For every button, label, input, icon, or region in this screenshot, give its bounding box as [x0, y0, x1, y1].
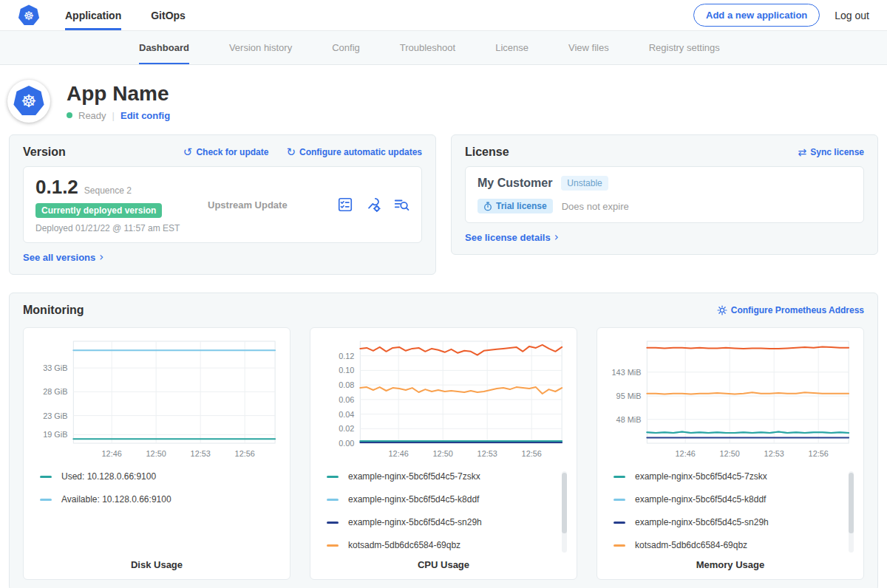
- svg-text:28 GiB: 28 GiB: [43, 387, 67, 396]
- legend-swatch-icon: [614, 544, 625, 547]
- svg-text:0.12: 0.12: [339, 352, 354, 360]
- memory-usage-legend: example-nginx-5bc6f5d4c5-7zskxexample-ng…: [605, 471, 856, 557]
- legend-swatch-icon: [327, 544, 339, 547]
- monitoring-card: Monitoring Configure Prometheus Address …: [9, 293, 878, 588]
- current-version-box: 0.1.2 Sequence 2 Currently deployed vers…: [23, 166, 422, 243]
- customer-name: My Customer: [478, 177, 552, 190]
- configure-automatic-updates-link[interactable]: ↻ Configure automatic updates: [286, 147, 422, 158]
- svg-text:0.10: 0.10: [339, 366, 354, 375]
- sync-license-link[interactable]: ⇄ Sync license: [798, 147, 864, 157]
- configure-prometheus-link[interactable]: Configure Prometheus Address: [717, 305, 864, 315]
- svg-text:0.00: 0.00: [339, 439, 354, 448]
- legend-label: Used: 10.128.0.66:9100: [61, 471, 156, 482]
- version-source-label: Upstream Update: [208, 199, 288, 211]
- tab-troubleshoot[interactable]: Troubleshoot: [400, 31, 455, 64]
- schedule-icon: ↻: [286, 147, 296, 158]
- svg-text:12:53: 12:53: [478, 449, 497, 458]
- cpu-usage-panel: 12:4612:5012:5312:560.000.020.040.060.08…: [310, 327, 577, 580]
- page-title: App Name: [67, 82, 170, 106]
- app-header: ☸ App Name Ready | Edit config: [0, 65, 887, 129]
- logout-button[interactable]: Log out: [835, 10, 869, 21]
- legend-item: kotsadm-5db6dc6584-69qbz: [327, 540, 569, 550]
- tab-config[interactable]: Config: [332, 31, 360, 64]
- kubernetes-logo-icon[interactable]: ☸: [18, 4, 40, 27]
- refresh-icon: ↺: [183, 147, 193, 158]
- svg-text:12:50: 12:50: [433, 449, 453, 458]
- legend-item: example-nginx-5bc6f5d4c5-k8ddf: [614, 494, 856, 505]
- svg-text:0.02: 0.02: [339, 424, 354, 433]
- disk-usage-chart[interactable]: 12:4612:5012:5312:5619 GiB23 GiB28 GiB33…: [31, 335, 282, 462]
- app-avatar: ☸: [7, 80, 50, 123]
- sync-icon: ⇄: [798, 147, 807, 157]
- legend-swatch-icon: [614, 522, 625, 524]
- legend-label: example-nginx-5bc6f5d4c5-k8ddf: [635, 494, 766, 505]
- license-expiration: Does not expire: [562, 201, 629, 212]
- legend-item: example-nginx-5bc6f5d4c5-k8ddf: [327, 494, 569, 505]
- memory-usage-chart[interactable]: 12:4612:5012:5312:5648 MiB95 MiB143 MiB: [605, 335, 856, 462]
- svg-text:12:46: 12:46: [389, 449, 409, 458]
- cpu-usage-chart[interactable]: 12:4612:5012:5312:560.000.020.040.060.08…: [318, 335, 569, 462]
- gear-icon: [717, 305, 727, 315]
- divider: |: [112, 110, 115, 121]
- legend-item: example-nginx-5bc6f5d4c5-sn29h: [327, 517, 569, 527]
- diff-logs-icon[interactable]: [393, 196, 409, 213]
- tab-application[interactable]: Application: [65, 0, 121, 30]
- svg-text:12:53: 12:53: [191, 449, 211, 458]
- legend-label: kotsadm-5db6dc6584-69qbz: [635, 540, 747, 550]
- svg-text:12:46: 12:46: [676, 449, 696, 458]
- svg-text:19 GiB: 19 GiB: [43, 430, 67, 439]
- memory-usage-panel: 12:4612:5012:5312:5648 MiB95 MiB143 MiB …: [597, 327, 864, 580]
- chevron-right-icon: ›: [99, 252, 103, 263]
- legend-label: example-nginx-5bc6f5d4c5-7zskx: [635, 471, 767, 482]
- svg-text:23 GiB: 23 GiB: [43, 411, 67, 420]
- legend-swatch-icon: [614, 499, 625, 501]
- svg-text:12:50: 12:50: [146, 449, 166, 458]
- see-all-versions-link[interactable]: See all versions ›: [23, 252, 103, 263]
- license-info-box: My Customer Unstable Trial license Does …: [465, 166, 864, 223]
- status-label: Ready: [78, 110, 106, 121]
- legend-swatch-icon: [614, 476, 625, 478]
- version-card: Version ↺ Check for update ↻ Configure a…: [9, 134, 436, 275]
- channel-badge: Unstable: [561, 176, 608, 191]
- check-for-update-link[interactable]: ↺ Check for update: [183, 147, 269, 158]
- svg-text:0.08: 0.08: [339, 380, 354, 389]
- legend-swatch-icon: [40, 476, 52, 478]
- svg-text:95 MiB: 95 MiB: [616, 392, 642, 400]
- version-sequence: Sequence 2: [84, 185, 132, 196]
- tab-license[interactable]: License: [495, 31, 529, 64]
- legend-scrollbar-thumb[interactable]: [562, 473, 567, 533]
- legend-item: example-nginx-5bc6f5d4c5-7zskx: [614, 471, 856, 482]
- tab-version-history[interactable]: Version history: [229, 31, 292, 64]
- legend-item: example-nginx-5bc6f5d4c5-7zskx: [327, 471, 569, 482]
- preflight-checks-icon[interactable]: [337, 196, 353, 213]
- legend-label: example-nginx-5bc6f5d4c5-sn29h: [348, 517, 482, 527]
- svg-text:12:46: 12:46: [102, 449, 122, 458]
- edit-config-link[interactable]: Edit config: [120, 110, 170, 121]
- legend-item: Available: 10.128.0.66:9100: [40, 494, 282, 505]
- status-dot: [67, 112, 72, 118]
- tab-registry-settings[interactable]: Registry settings: [649, 31, 720, 64]
- tab-view-files[interactable]: View files: [568, 31, 609, 64]
- tab-dashboard[interactable]: Dashboard: [139, 31, 189, 64]
- chart-title: Disk Usage: [24, 559, 290, 570]
- legend-scrollbar-thumb[interactable]: [849, 473, 854, 533]
- deployed-badge: Currently deployed version: [35, 203, 162, 218]
- legend-swatch-icon: [327, 476, 339, 478]
- disk-usage-panel: 12:4612:5012:5312:5619 GiB23 GiB28 GiB33…: [23, 327, 290, 580]
- svg-text:12:56: 12:56: [809, 449, 829, 458]
- legend-label: kotsadm-5db6dc6584-69qbz: [348, 540, 461, 550]
- monitoring-title: Monitoring: [23, 304, 84, 317]
- kubernetes-app-icon: ☸: [13, 85, 45, 117]
- version-number: 0.1.2: [35, 176, 78, 199]
- chevron-right-icon: ›: [554, 232, 559, 243]
- legend-item: example-nginx-5bc6f5d4c5-sn29h: [614, 517, 856, 527]
- config-wrench-icon[interactable]: [365, 196, 381, 213]
- chart-title: Memory Usage: [597, 559, 863, 570]
- svg-text:12:56: 12:56: [522, 449, 542, 458]
- tab-gitops[interactable]: GitOps: [151, 0, 186, 30]
- license-card-title: License: [465, 146, 509, 159]
- chart-title: CPU Usage: [310, 559, 577, 570]
- add-application-button[interactable]: Add a new application: [693, 4, 820, 27]
- see-license-details-link[interactable]: See license details ›: [465, 232, 559, 243]
- svg-text:12:56: 12:56: [235, 449, 255, 458]
